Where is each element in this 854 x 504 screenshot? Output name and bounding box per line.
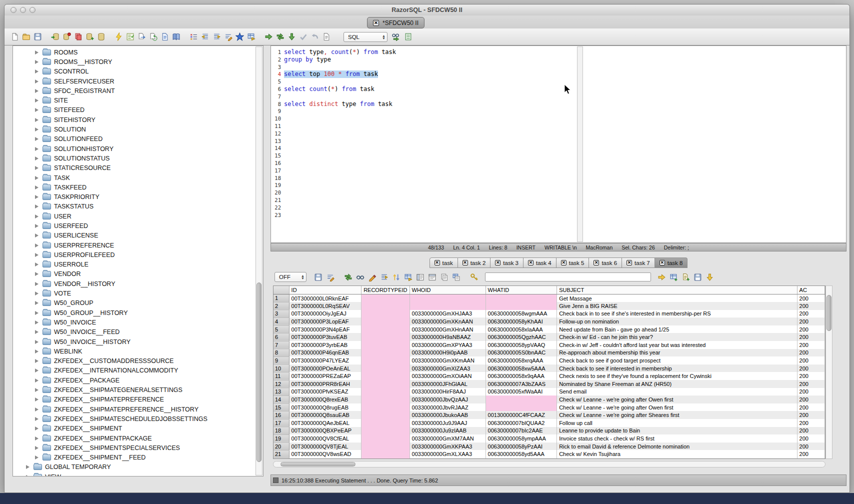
expand-arrow-icon[interactable] [35,80,38,84]
grid-cell[interactable]: 200 [797,333,824,341]
expand-arrow-icon[interactable] [35,350,38,354]
grid-cell[interactable]: 00630000005QgzhAAC [486,333,557,341]
row-number-cell[interactable]: 10 [274,364,289,372]
tree-item-solutionstatus[interactable]: SOLUTIONSTATUS [13,154,263,163]
grid-cell[interactable]: Check back to see if interested in membe… [557,364,797,372]
grid-cell[interactable]: 200 [797,388,824,396]
grid-cell[interactable]: Send email [557,388,797,396]
grid-cell[interactable]: 0033000000GmXM7AAN [410,434,486,442]
grid-cell[interactable] [362,419,410,427]
tree-item-view[interactable]: VIEW [13,472,263,476]
grid-cell[interactable]: 006300000058yKhAAI [486,318,557,326]
tree-item-zkfedex-shipmatepreference-history[interactable]: ZKFEDEX__SHIPMATEPREFERENCE__HISTORY [13,404,263,414]
grid-cell[interactable] [362,333,410,341]
expand-arrow-icon[interactable] [35,60,38,64]
grid-cell[interactable]: 00T3000000QBXPeEAP [289,427,362,435]
grid-cell[interactable]: 200 [797,396,824,404]
row-number-cell[interactable]: 4 [274,318,289,326]
grid-cell[interactable]: Check back to see if good target prospec… [557,356,797,364]
grid-cell[interactable]: 006300000058yd5AAA [486,450,557,458]
history-icon[interactable] [321,32,332,42]
find-next-icon[interactable] [656,272,667,282]
grid-cell[interactable]: 200 [797,458,824,459]
expand-arrow-icon[interactable] [35,292,38,296]
grid-cell[interactable]: 00630000007bIc2AAE [486,427,557,435]
grid-cell[interactable] [362,442,410,450]
export-icon[interactable] [136,32,147,42]
grid-cell[interactable]: Invoice status check - check w/ RS first [557,434,797,442]
tree-item-taskfeed[interactable]: TASKFEED [13,182,263,192]
expand-arrow-icon[interactable] [35,417,38,421]
tree-item-sitehistory[interactable]: SITEHISTORY [13,115,263,124]
download-icon[interactable] [704,272,715,282]
title-bar[interactable]: RazorSQL - SFDCW50 II [4,4,850,16]
grid-cell[interactable]: Leanne to provide update to Bain [557,427,797,435]
grid-cell[interactable] [362,380,410,388]
grid-cell[interactable] [410,294,486,302]
tree-item-vendor-history[interactable]: VENDOR__HISTORY [13,279,263,288]
sort-icon[interactable] [391,272,402,282]
tree-item-solutionfeed[interactable]: SOLUTIONFEED [13,134,263,144]
grid-cell[interactable]: 200 [797,356,824,364]
grid-cell[interactable]: 0033000000GmXIZAA3 [410,364,486,372]
grid-cell[interactable]: Check w/ Leanne - we're going after Shea… [557,411,797,419]
primary-key-icon[interactable] [469,272,480,282]
copy-table-data-icon[interactable] [451,272,462,282]
tree-item-w50-invoice-history[interactable]: W50_INVOICE__HISTORY [13,337,263,346]
tree-item-w50-invoice-feed[interactable]: W50_INVOICE__FEED [13,328,263,337]
compare-icon[interactable] [160,32,170,42]
expand-arrow-icon[interactable] [35,234,38,238]
grid-cell[interactable]: 0033000000GmXHnAAN [410,326,486,334]
grid-cell[interactable]: 00T3000000PREZaEAP [289,372,362,380]
outdent-icon[interactable] [200,32,210,42]
grid-cell[interactable]: 006300000058ympAAA [486,434,557,442]
grid-cell[interactable]: 200 [797,419,824,427]
grid-cell[interactable]: 0033000000GmXKPAA3 [410,442,486,450]
add-database-icon[interactable] [84,32,95,42]
row-number-cell[interactable]: 17 [274,419,289,427]
row-number-cell[interactable]: 7 [274,341,289,349]
save-results-icon[interactable] [313,272,324,282]
expand-arrow-icon[interactable] [35,118,38,122]
tree-item-solutionhistory[interactable]: SOLUTIONHISTORY [13,144,263,154]
grid-cell[interactable]: 00T3000000PRR8rEAH [289,380,362,388]
grid-cell[interactable]: 0033000000GmXKnAAN [410,318,486,326]
column-header-SUBJECT[interactable]: SUBJECT [557,286,797,294]
close-tab-icon[interactable]: ✕ [594,260,599,266]
tree-item-zkfedex-customaddresssource[interactable]: ZKFEDEX__CUSTOMADDRESSSOURCE [13,356,263,366]
tree-item-vote[interactable]: VOTE [13,288,263,298]
grid-cell[interactable] [486,294,557,302]
expand-arrow-icon[interactable] [35,262,38,266]
edit-generator-icon[interactable] [325,272,336,282]
generate-doc-icon[interactable] [680,272,691,282]
grid-cell[interactable] [362,341,410,349]
tree-item-zkfedex-shipmatescheduledjobssettings[interactable]: ZKFEDEX__SHIPMATESCHEDULEDJOBSSETTINGS [13,414,263,424]
tree-item-zkfedex-shipmentspecialservices[interactable]: ZKFEDEX__SHIPMENTSPECIALSERVICES [13,443,263,452]
expand-arrow-icon[interactable] [35,398,38,402]
expand-arrow-icon[interactable] [35,166,38,170]
grid-cell[interactable]: 0033000000GmXHJAA3 [410,310,486,318]
grid-cell[interactable]: 200 [797,427,824,435]
close-tab-icon[interactable]: ✕ [462,260,468,266]
grid-cell[interactable] [362,404,410,412]
save-grid-icon[interactable] [692,272,703,282]
row-number-cell[interactable]: 5 [274,326,289,334]
expand-arrow-icon[interactable] [35,176,38,180]
expand-arrow-icon[interactable] [35,311,38,315]
refresh-results-icon[interactable] [343,272,354,282]
tree-item-rooms[interactable]: ROOMS [13,48,263,57]
tree-item-global-temporary[interactable]: GLOBAL TEMPORARY [13,462,263,472]
result-tab-task[interactable]: ✕task [430,258,458,268]
tree-item-sitefeed[interactable]: SITEFEED [13,106,263,115]
grid-cell[interactable]: 00T3000000P3LopEAF [289,318,362,326]
tree-item-solution[interactable]: SOLUTION [13,124,263,134]
row-number-cell[interactable]: 2 [274,302,289,310]
expand-arrow-icon[interactable] [26,475,30,476]
commit-icon[interactable] [298,32,308,42]
grid-scrollbar-thumb[interactable] [826,295,832,331]
expand-arrow-icon[interactable] [35,408,38,412]
grid-cell[interactable]: 200 [797,302,824,310]
grid-cell[interactable]: 006300000058x9qAAA [486,372,557,380]
statement-type-select[interactable]: SQL ▲▼ [344,32,388,42]
grid-cell[interactable]: 006300000058xIaAAA [486,326,557,334]
